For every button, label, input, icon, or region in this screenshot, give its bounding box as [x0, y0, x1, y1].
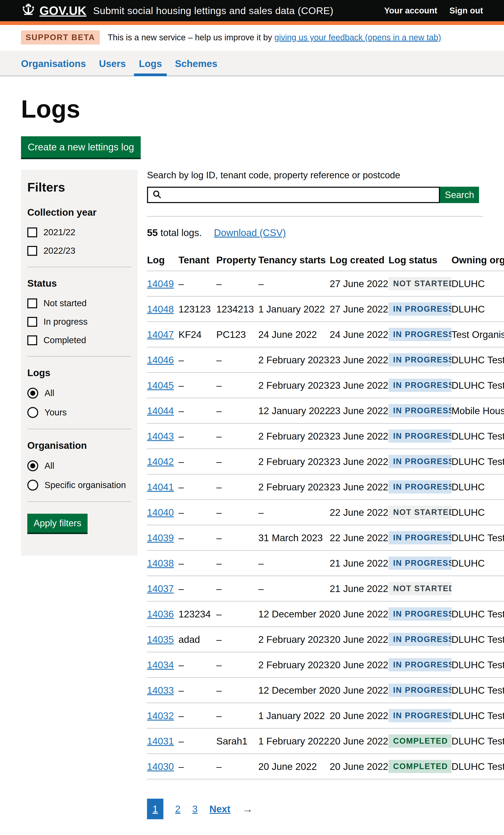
nav-item-schemes[interactable]: Schemes	[175, 51, 217, 76]
owning-organisation-cell: DLUHC Test	[451, 652, 504, 677]
table-row: 14049–––27 June 2022NOT STARTEDDLUHC	[147, 271, 504, 296]
filter-checkbox-completed[interactable]: Completed	[27, 335, 131, 345]
status-badge: IN PROGRESS	[388, 429, 451, 443]
log-id-link[interactable]: 14039	[147, 532, 174, 543]
log-created-cell: 20 June 2022	[330, 703, 388, 728]
filter-divider	[27, 356, 131, 357]
header-accent-bar	[0, 21, 504, 25]
filter-checkbox-2021-22[interactable]: 2021/22	[27, 227, 131, 237]
tenancy-starts-cell: –	[258, 550, 330, 576]
tenant-cell: –	[179, 728, 216, 754]
right-arrow-icon: →	[242, 803, 253, 815]
pagination-page-1-current[interactable]: 1	[147, 799, 163, 819]
tenancy-starts-cell: 2 February 2023	[258, 627, 330, 652]
pagination-page-3[interactable]: 3	[193, 803, 198, 815]
tenant-cell: –	[179, 652, 216, 677]
tenant-cell: –	[179, 754, 216, 779]
table-row: 14047KF24PC12324 June 202224 June 2022IN…	[147, 322, 504, 347]
log-id-link[interactable]: 14032	[147, 710, 174, 721]
pagination-next-link[interactable]: Next	[209, 803, 230, 815]
log-id-link[interactable]: 14030	[147, 761, 174, 772]
log-id-link[interactable]: 14038	[147, 558, 174, 569]
logs-table-body: 14049–––27 June 2022NOT STARTEDDLUHC1404…	[147, 271, 504, 779]
filter-radio-organisation-specific[interactable]: Specific organisation	[27, 480, 131, 491]
total-suffix: total logs.	[158, 227, 202, 238]
log-id-link[interactable]: 14047	[147, 329, 174, 340]
filter-group-collection-year: Collection year 2021/22 2022/23	[27, 207, 131, 256]
log-id-link[interactable]: 14040	[147, 507, 174, 518]
log-created-cell: 20 June 2022	[330, 652, 388, 677]
log-id-link[interactable]: 14037	[147, 583, 174, 594]
log-id-link[interactable]: 14044	[147, 405, 174, 416]
log-id-link[interactable]: 14042	[147, 456, 174, 467]
download-csv-link[interactable]: Download (CSV)	[214, 227, 286, 238]
log-created-cell: 23 June 2022	[330, 398, 388, 423]
pagination: 1 2 3 Next →	[147, 799, 504, 819]
nav-item-organisations[interactable]: Organisations	[21, 51, 86, 76]
log-id-link[interactable]: 14043	[147, 431, 174, 442]
page: GOV.UK Submit social housing lettings an…	[0, 0, 504, 835]
filter-radio-logs-all[interactable]: All	[27, 388, 131, 399]
log-id-link[interactable]: 14031	[147, 736, 174, 747]
log-id-link[interactable]: 14033	[147, 685, 174, 696]
your-account-link[interactable]: Your account	[384, 6, 437, 15]
filter-radio-logs-yours[interactable]: Yours	[27, 407, 131, 418]
filter-checkbox-in-progress[interactable]: In progress	[27, 317, 131, 327]
tenancy-starts-cell: –	[258, 576, 330, 601]
table-row: 14031–Sarah11 February 202220 June 2022C…	[147, 728, 504, 754]
pagination-page-2[interactable]: 2	[175, 803, 181, 815]
nav-item-logs[interactable]: Logs	[139, 51, 162, 76]
log-created-cell: 20 June 2022	[330, 627, 388, 652]
owning-organisation-cell: DLUHC Test	[451, 525, 504, 550]
log-created-cell: 24 June 2022	[330, 322, 388, 347]
sign-out-link[interactable]: Sign out	[449, 6, 483, 15]
checkbox-icon[interactable]	[27, 335, 37, 345]
apply-filters-button[interactable]: Apply filters	[27, 514, 87, 533]
radio-icon[interactable]	[27, 388, 38, 399]
search-input[interactable]	[162, 188, 435, 202]
log-id-link[interactable]: 14034	[147, 659, 174, 670]
radio-icon[interactable]	[27, 407, 38, 418]
checkbox-icon[interactable]	[27, 246, 37, 256]
filter-group-logs: Logs All Yours	[27, 367, 131, 418]
table-row: 14045––2 February 202323 June 2022IN PRO…	[147, 372, 504, 398]
search-icon	[152, 190, 162, 200]
filter-checkbox-2022-23[interactable]: 2022/23	[27, 246, 131, 256]
nav-item-users[interactable]: Users	[99, 51, 126, 76]
filter-checkbox-not-started[interactable]: Not started	[27, 298, 131, 308]
table-row: 1404812312312342131 January 202227 June …	[147, 296, 504, 322]
checkbox-icon[interactable]	[27, 227, 37, 237]
create-lettings-log-button[interactable]: Create a new lettings log	[21, 136, 141, 158]
tenant-cell: –	[179, 576, 216, 601]
log-id-link[interactable]: 14041	[147, 482, 174, 492]
checkbox-icon[interactable]	[27, 299, 37, 308]
log-id-link[interactable]: 14036	[147, 609, 174, 619]
tenant-cell: –	[179, 449, 216, 474]
table-row: 14043––2 February 202323 June 2022IN PRO…	[147, 423, 504, 449]
status-badge: IN PROGRESS	[388, 480, 451, 493]
radio-icon[interactable]	[27, 480, 38, 491]
property-cell: –	[216, 652, 258, 677]
property-cell: –	[216, 677, 258, 703]
property-cell: –	[216, 754, 258, 779]
property-cell: –	[216, 474, 258, 500]
tenancy-starts-cell: 2 February 2023	[258, 372, 330, 398]
filter-divider	[27, 267, 131, 267]
filter-radio-organisation-all[interactable]: All	[27, 460, 131, 471]
search-button[interactable]: Search	[440, 187, 479, 203]
log-id-link[interactable]: 14049	[147, 278, 174, 289]
govuk-home-link[interactable]: GOV.UK	[21, 3, 86, 18]
log-id-link[interactable]: 14035	[147, 634, 174, 645]
checkbox-icon[interactable]	[27, 317, 37, 327]
tenancy-starts-cell: 12 December 2021	[258, 601, 330, 627]
log-id-link[interactable]: 14046	[147, 354, 174, 365]
owning-organisation-cell: DLUHC	[451, 474, 504, 500]
log-id-link[interactable]: 14045	[147, 380, 174, 391]
log-id-link[interactable]: 14048	[147, 304, 174, 314]
radio-icon[interactable]	[27, 460, 38, 471]
owning-organisation-cell: DLUHC Test	[451, 449, 504, 474]
service-name-link[interactable]: Submit social housing lettings and sales…	[93, 5, 333, 16]
log-status-cell: IN PROGRESS	[388, 322, 451, 347]
feedback-link[interactable]: giving us your feedback (opens in a new …	[275, 33, 441, 42]
status-badge: IN PROGRESS	[388, 633, 451, 646]
